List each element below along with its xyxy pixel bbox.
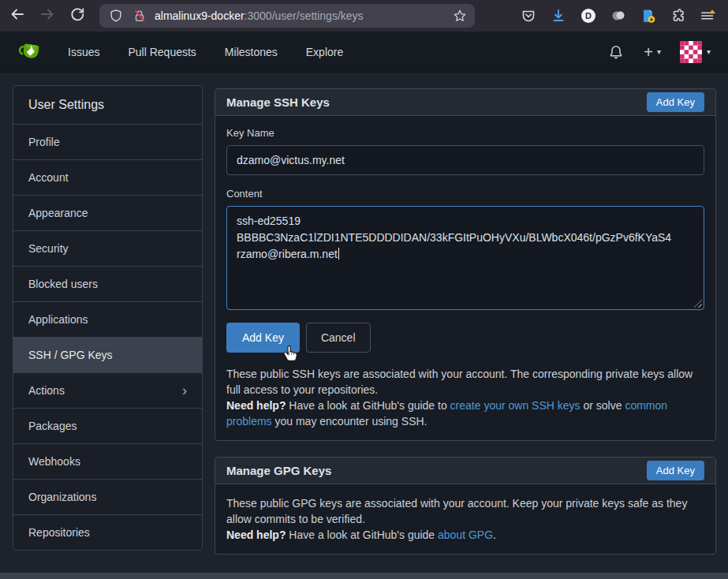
url-path: :3000/user/settings/keys — [245, 9, 364, 22]
chevron-down-icon: ▾ — [707, 47, 711, 56]
bookmark-star-icon[interactable] — [453, 9, 467, 23]
content-textarea[interactable]: ssh-ed25519 BBBBC3NzaC1lZDI1NTE5DDDDIDAN… — [226, 206, 704, 310]
extensions-puzzle-icon[interactable] — [670, 7, 687, 24]
content-field: Content ssh-ed25519 BBBBC3NzaC1lZDI1NTE5… — [226, 188, 704, 310]
navbar-right: + ▾ ▾ — [607, 41, 728, 63]
reload-icon — [69, 6, 85, 25]
key-name-label: Key Name — [226, 127, 704, 139]
form-buttons: Add Key Cancel — [226, 323, 704, 353]
ssh-help-text: These public SSH keys are associated wit… — [226, 366, 704, 429]
forward-icon — [39, 6, 55, 25]
nav-link-pull-requests[interactable]: Pull Requests — [128, 46, 196, 58]
main-column: Manage SSH Keys Add Key Key Name Content… — [215, 88, 716, 555]
sidebar-item-organizations[interactable]: Organizations — [13, 479, 202, 514]
content-textarea-value: ssh-ed25519 BBBBC3NzaC1lZDI1NTE5DDDDIDAN… — [237, 215, 671, 260]
gpg-panel-title: Manage GPG Keys — [226, 464, 331, 477]
extension-gray-icon[interactable] — [610, 7, 627, 24]
url-text: almalinux9-docker:3000/user/settings/key… — [155, 9, 364, 22]
sidebar-item-profile[interactable]: Profile — [13, 124, 202, 159]
shield-icon[interactable] — [107, 7, 125, 24]
ssh-panel-body: Key Name Content ssh-ed25519 BBBBC3NzaC1… — [215, 116, 715, 440]
forward-button[interactable] — [35, 4, 60, 28]
nav-link-explore[interactable]: Explore — [306, 46, 343, 58]
sidebar-item-appearance[interactable]: Appearance — [13, 195, 202, 230]
avatar — [680, 41, 702, 63]
menu-hamburger-icon[interactable] — [700, 7, 717, 24]
key-name-field: Key Name — [226, 127, 704, 175]
ssh-header-add-key-button[interactable]: Add Key — [647, 92, 704, 112]
gpg-help-text: These public GPG keys are associated wit… — [226, 495, 704, 543]
nav-link-milestones[interactable]: Milestones — [225, 46, 278, 58]
chevron-down-icon: ▾ — [657, 47, 661, 56]
text-caret — [338, 248, 339, 260]
resize-grip[interactable] — [693, 299, 702, 308]
pocket-icon[interactable] — [520, 7, 537, 24]
need-help-label: Need help? — [226, 529, 286, 541]
create-ssh-keys-link[interactable]: create your own SSH keys — [450, 399, 581, 412]
sidebar-item-actions[interactable]: Actions› — [13, 372, 202, 408]
downloads-icon[interactable] — [550, 7, 567, 24]
url-host: almalinux9-docker — [155, 9, 245, 22]
create-new-dropdown[interactable]: + ▾ — [644, 44, 661, 60]
gpg-header-add-key-button[interactable]: Add Key — [647, 461, 704, 480]
cancel-button[interactable]: Cancel — [306, 323, 371, 353]
sidebar-item-repositories[interactable]: Repositories — [13, 514, 202, 550]
document-badge-extension-icon[interactable] — [640, 7, 657, 24]
gpg-panel-body: These public GPG keys are associated wit… — [215, 484, 715, 554]
gpg-panel-header: Manage GPG Keys Add Key — [215, 458, 715, 484]
sidebar-item-packages[interactable]: Packages — [13, 408, 202, 443]
sidebar-item-ssh-gpg-keys[interactable]: SSH / GPG Keys — [13, 337, 202, 372]
window-bottom-edge — [0, 573, 728, 579]
back-button[interactable] — [5, 4, 30, 28]
gpg-keys-panel: Manage GPG Keys Add Key These public GPG… — [215, 457, 716, 555]
app-navbar: Issues Pull Requests Milestones Explore … — [0, 32, 728, 73]
sidebar-item-applications[interactable]: Applications — [13, 301, 202, 337]
ssh-keys-panel: Manage SSH Keys Add Key Key Name Content… — [215, 88, 716, 441]
sidebar-item-security[interactable]: Security — [13, 230, 202, 266]
url-bar[interactable]: almalinux9-docker:3000/user/settings/key… — [99, 4, 475, 28]
need-help-label: Need help? — [226, 399, 286, 412]
reload-button[interactable] — [65, 4, 90, 28]
ssh-panel-header: Manage SSH Keys Add Key — [215, 89, 715, 116]
screen: almalinux9-docker:3000/user/settings/key… — [0, 0, 728, 579]
gitea-logo[interactable] — [17, 39, 44, 65]
duckduckgo-extension-icon[interactable]: D — [580, 7, 597, 24]
ssh-panel-title: Manage SSH Keys — [226, 95, 330, 109]
sidebar-title: User Settings — [13, 86, 202, 124]
sidebar-item-webhooks[interactable]: Webhooks — [13, 443, 202, 479]
back-icon — [9, 6, 25, 25]
plus-icon: + — [644, 44, 653, 60]
user-menu-dropdown[interactable]: ▾ — [680, 41, 711, 63]
browser-extension-area: D — [520, 7, 728, 24]
settings-sidebar: User Settings Profile Account Appearance… — [13, 85, 203, 551]
page-content: User Settings Profile Account Appearance… — [0, 73, 728, 579]
insecure-lock-icon[interactable] — [131, 7, 148, 24]
browser-toolbar: almalinux9-docker:3000/user/settings/key… — [0, 0, 728, 32]
notifications-bell-icon[interactable] — [607, 43, 625, 61]
svg-text:D: D — [585, 11, 592, 21]
sidebar-item-blocked-users[interactable]: Blocked users — [13, 266, 202, 301]
sidebar-item-account[interactable]: Account — [13, 159, 202, 195]
content-label: Content — [226, 188, 704, 200]
nav-link-issues[interactable]: Issues — [68, 46, 99, 58]
key-name-input[interactable] — [226, 145, 704, 175]
nav-links: Issues Pull Requests Milestones Explore — [68, 46, 343, 58]
chevron-right-icon: › — [182, 383, 187, 398]
about-gpg-link[interactable]: about GPG — [438, 529, 493, 541]
add-key-submit-button[interactable]: Add Key — [226, 323, 300, 353]
